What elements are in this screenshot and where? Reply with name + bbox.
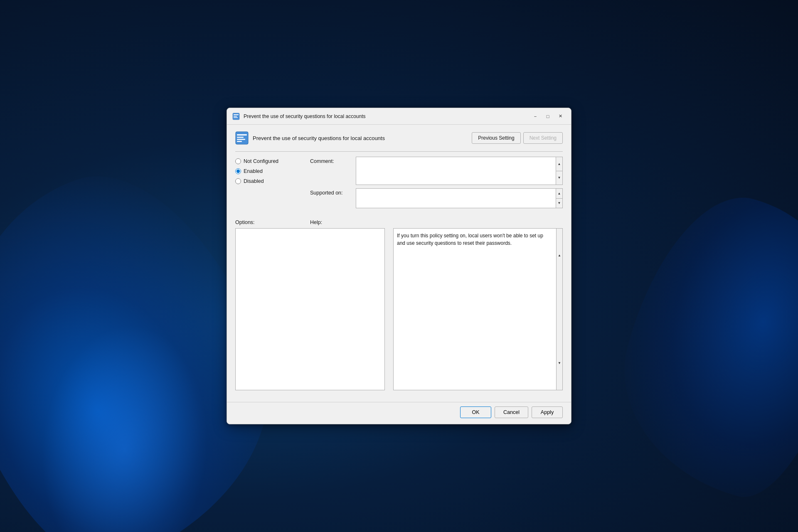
not-configured-radio[interactable] xyxy=(235,158,241,164)
svg-rect-4 xyxy=(236,132,248,144)
config-section: Not Configured Enabled Disabled Comment: xyxy=(235,157,563,212)
title-bar-text: Prevent the use of security questions fo… xyxy=(244,113,530,119)
comment-supported-section: Comment: ▲ ▼ Supported on: xyxy=(310,157,563,212)
comment-row: Comment: ▲ ▼ xyxy=(310,157,563,185)
dialog-content: Prevent the use of security questions fo… xyxy=(227,125,571,402)
svg-rect-3 xyxy=(234,117,238,118)
svg-rect-2 xyxy=(234,116,237,117)
svg-rect-5 xyxy=(237,134,247,135)
enabled-label: Enabled xyxy=(244,168,263,174)
svg-rect-6 xyxy=(237,137,244,138)
cancel-button[interactable]: Cancel xyxy=(495,406,528,418)
supported-on-label: Supported on: xyxy=(310,188,356,196)
help-box-container: If you turn this policy setting on, loca… xyxy=(393,228,563,390)
enabled-radio[interactable] xyxy=(235,168,241,174)
apply-button[interactable]: Apply xyxy=(532,406,563,418)
comment-label: Comment: xyxy=(310,157,356,164)
help-scrollbar: ▲ ▼ xyxy=(556,228,563,390)
help-text: If you turn this policy setting on, loca… xyxy=(393,228,556,390)
help-scroll-up[interactable]: ▲ xyxy=(557,229,562,282)
bottom-bar: OK Cancel Apply xyxy=(227,402,571,424)
options-help-header: Options: Help: xyxy=(235,218,563,226)
svg-rect-8 xyxy=(237,141,242,142)
policy-dialog: Prevent the use of security questions fo… xyxy=(227,108,571,424)
comment-scroll-up[interactable]: ▲ xyxy=(556,157,562,171)
supported-on-input-container: ▲ ▼ xyxy=(356,188,563,208)
comment-scrollbar: ▲ ▼ xyxy=(556,157,563,185)
ok-button[interactable]: OK xyxy=(460,406,491,418)
not-configured-label: Not Configured xyxy=(244,158,278,164)
header-row: Prevent the use of security questions fo… xyxy=(235,131,563,145)
disabled-radio[interactable] xyxy=(235,178,241,184)
disabled-label: Disabled xyxy=(244,178,264,184)
dialog-icon xyxy=(232,112,240,121)
supported-scroll-down[interactable]: ▼ xyxy=(556,199,562,208)
options-label: Options: xyxy=(235,219,255,225)
minimize-button[interactable]: − xyxy=(530,111,541,121)
title-bar: Prevent the use of security questions fo… xyxy=(227,108,571,125)
help-label: Help: xyxy=(310,219,322,225)
not-configured-option[interactable]: Not Configured xyxy=(235,158,302,164)
supported-on-row: Supported on: ▲ ▼ xyxy=(310,188,563,208)
supported-on-textarea[interactable] xyxy=(356,188,556,208)
title-bar-controls: − □ ✕ xyxy=(530,111,566,121)
comment-input-container: ▲ ▼ xyxy=(356,157,563,185)
close-button[interactable]: ✕ xyxy=(554,111,566,121)
header-buttons: Previous Setting Next Setting xyxy=(472,132,563,144)
enabled-option[interactable]: Enabled xyxy=(235,168,302,174)
next-setting-button[interactable]: Next Setting xyxy=(523,132,563,144)
supported-on-scrollbar: ▲ ▼ xyxy=(556,188,563,208)
header-divider xyxy=(235,151,563,152)
previous-setting-button[interactable]: Previous Setting xyxy=(472,132,520,144)
disabled-option[interactable]: Disabled xyxy=(235,178,302,184)
options-box xyxy=(235,228,385,390)
radio-group: Not Configured Enabled Disabled xyxy=(235,157,302,212)
help-scroll-track xyxy=(557,282,562,336)
supported-scroll-up[interactable]: ▲ xyxy=(556,189,562,198)
options-label-col: Options: xyxy=(235,218,302,226)
header-title: Prevent the use of security questions fo… xyxy=(253,135,472,141)
svg-rect-7 xyxy=(237,139,245,140)
header-icon xyxy=(235,131,249,145)
comment-scroll-down[interactable]: ▼ xyxy=(556,171,562,185)
comment-textarea[interactable] xyxy=(356,157,556,185)
svg-rect-1 xyxy=(234,114,239,115)
options-help-body: If you turn this policy setting on, loca… xyxy=(235,228,563,390)
help-scroll-down[interactable]: ▼ xyxy=(557,336,562,390)
wallpaper-wave-2 xyxy=(598,177,798,512)
maximize-button[interactable]: □ xyxy=(542,111,554,121)
help-label-col: Help: xyxy=(310,218,563,226)
